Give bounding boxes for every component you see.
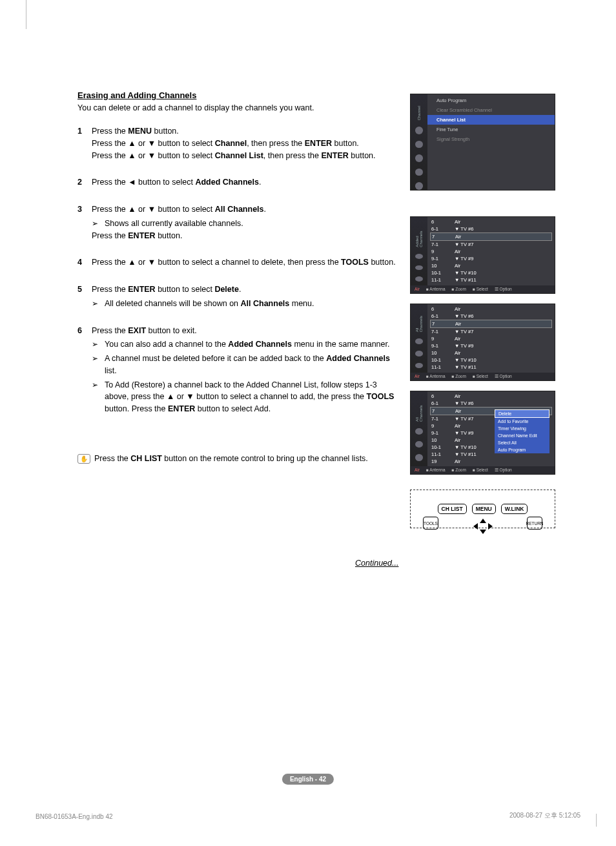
- osd-all-channels: All Channels 6Air6-1▼ TV #67Air7-1▼ TV #…: [410, 304, 555, 381]
- wlink-button: W.LINK: [501, 504, 528, 514]
- list-icon: [415, 254, 423, 259]
- menu-item: Signal Strength: [427, 134, 555, 144]
- osd-all-channels-tools: All Channels 6Air6-1▼ TV #67Air7-1▼ TV #…: [410, 391, 555, 475]
- footer-hint: ■ Zoom: [452, 287, 466, 292]
- step-text: Press the MENU button.: [92, 125, 397, 138]
- channel-row: 9-1▼ TV #9: [427, 255, 555, 262]
- step-text: All deleted channels will be shown on Al…: [105, 298, 397, 310]
- channel-row: 10Air: [427, 349, 555, 356]
- step-text: Shows all currently available channels.: [105, 218, 397, 230]
- channel-row: 19Air: [427, 458, 555, 465]
- channel-row: 11-1▼ TV #11: [427, 364, 555, 371]
- step: 3Press the ▲ or ▼ button to select All C…: [77, 203, 397, 242]
- step-text: Press the EXIT button to exit.: [92, 325, 397, 337]
- step: 6Press the EXIT button to exit.➢You can …: [77, 325, 397, 415]
- step-text: To Add (Restore) a channel back to the A…: [105, 379, 397, 415]
- channel-row: 10-1▼ TV #10: [427, 269, 555, 276]
- footer-hint: ☰ Option: [495, 468, 512, 473]
- footer-hint: ■ Select: [473, 468, 488, 473]
- footer-air: Air: [415, 287, 420, 292]
- step-text: Press the ◄ button to select Added Chann…: [92, 176, 397, 189]
- footer-hint: ■ Antenna: [426, 374, 446, 379]
- menu-icon: [415, 127, 423, 134]
- list-icon: [415, 351, 423, 356]
- footer-hint: ■ Zoom: [452, 468, 466, 473]
- return-button-icon: RETURN: [527, 517, 542, 530]
- channel-row: 9Air: [427, 248, 555, 255]
- channel-row: 6-1▼ TV #6: [427, 400, 555, 407]
- list-icon: [415, 276, 423, 282]
- remote-hand-icon: ✋: [77, 454, 90, 464]
- list-icon: [415, 265, 423, 271]
- step-text: Press the ENTER button.: [92, 230, 397, 242]
- chevron-icon: ➢: [92, 298, 105, 310]
- menu-item: Channel List: [427, 115, 555, 125]
- step-text: You can also add a channel to the Added …: [105, 338, 397, 351]
- step-number: 6: [77, 325, 92, 415]
- side-label: All Channels: [415, 316, 423, 332]
- arrow-note: ➢A channel must be deleted before it can…: [92, 353, 397, 377]
- popup-item: Add to Favorite: [495, 418, 549, 425]
- menu-item: Auto Program: [427, 96, 555, 105]
- channel-row: 10-1▼ TV #10: [427, 356, 555, 364]
- step: 5Press the ENTER button to select Delete…: [77, 284, 397, 310]
- step-number: 5: [77, 284, 92, 310]
- list-icon: [415, 454, 423, 460]
- step: 4Press the ▲ or ▼ button to select a cha…: [77, 256, 397, 269]
- list-icon: [415, 428, 423, 435]
- menu-icon: [415, 182, 423, 190]
- popup-item: Channel Name Edit: [495, 432, 549, 439]
- page-number-badge: English - 42: [282, 774, 334, 785]
- footer-hint: ■ Antenna: [426, 468, 446, 473]
- channel-row: 7-1▼ TV #7: [427, 241, 555, 248]
- side-label: All Channels: [415, 403, 423, 422]
- footer-air: Air: [415, 468, 420, 473]
- channel-row: 9Air: [427, 335, 555, 342]
- list-icon: [415, 441, 423, 448]
- step-text: Press the ▲ or ▼ button to select Channe…: [92, 150, 397, 162]
- side-label: Added Channels: [415, 229, 423, 247]
- channel-row: 7Air: [430, 320, 552, 328]
- channel-row: 9-1▼ TV #9: [427, 342, 555, 349]
- menu-icon: [415, 154, 423, 162]
- chevron-icon: ➢: [92, 338, 105, 351]
- arrow-note: ➢You can also add a channel to the Added…: [92, 338, 397, 351]
- footer-hint: ☰ Option: [495, 287, 512, 292]
- channel-row: 6-1▼ TV #6: [427, 313, 555, 320]
- popup-item: Select All: [495, 439, 549, 446]
- footer-hint: ■ Select: [473, 374, 488, 379]
- continued-text: Continued...: [355, 559, 398, 568]
- osd-channel-menu: Channel Auto ProgramClear Scrambled Chan…: [410, 94, 555, 191]
- popup-item: Auto Program: [495, 446, 549, 453]
- step: 2Press the ◄ button to select Added Chan…: [77, 176, 397, 189]
- menu-button: MENU: [472, 504, 496, 514]
- channel-row: 6-1▼ TV #6: [427, 225, 555, 232]
- arrow-note: ➢All deleted channels will be shown on A…: [92, 298, 397, 310]
- side-label: Channel: [417, 106, 421, 120]
- footer-air: Air: [415, 374, 420, 379]
- channel-row: 6Air: [427, 305, 555, 313]
- chevron-icon: ➢: [92, 218, 105, 230]
- step-number: 2: [77, 176, 92, 189]
- menu-icon: [415, 169, 423, 176]
- footer-hint: ☰ Option: [495, 374, 512, 379]
- footer-timestamp: 2008-08-27 오후 5:12:05: [509, 811, 580, 820]
- arrow-note: ➢Shows all currently available channels.: [92, 218, 397, 230]
- channel-row: 7Air: [430, 232, 552, 241]
- list-icon: [415, 338, 423, 344]
- step-text: Press the ▲ or ▼ button to select Channe…: [92, 138, 397, 150]
- list-icon: [415, 363, 423, 369]
- footer-filename: BN68-01653A-Eng.indb 42: [36, 813, 113, 820]
- tools-button-icon: TOOLS: [423, 517, 438, 530]
- channel-row: 7-1▼ TV #7: [427, 328, 555, 335]
- chevron-icon: ➢: [92, 379, 105, 415]
- footer-hint: ■ Zoom: [452, 374, 466, 379]
- channel-row: 11-1▼ TV #11: [427, 276, 555, 284]
- step-number: 3: [77, 203, 92, 242]
- channel-row: 10Air: [427, 262, 555, 269]
- step-number: 4: [77, 256, 92, 269]
- step-text: Press the ENTER button to select Delete.: [92, 284, 397, 296]
- step: 1Press the MENU button.Press the ▲ or ▼ …: [77, 125, 397, 161]
- menu-item: Clear Scrambled Channel: [427, 105, 555, 115]
- osd-added-channels: Added Channels 6Air6-1▼ TV #67Air7-1▼ TV…: [410, 216, 555, 294]
